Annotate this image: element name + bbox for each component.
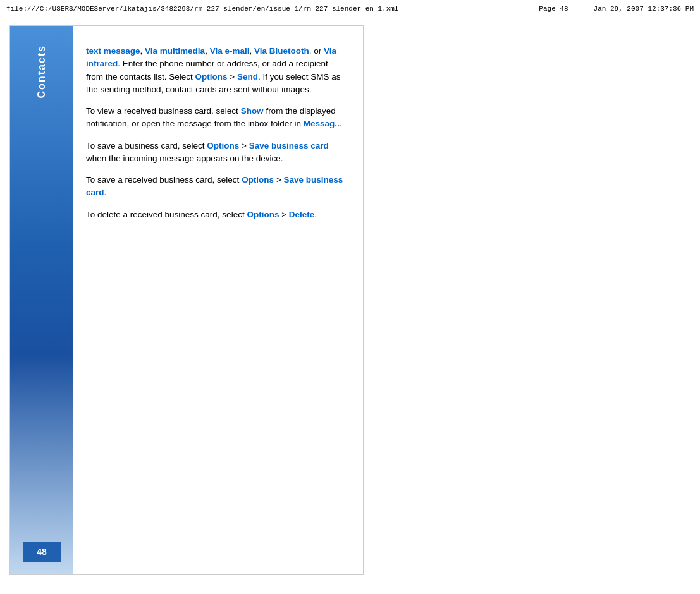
page-number: 48 xyxy=(23,542,61,562)
chevron-2: > xyxy=(239,141,249,150)
paragraph-3: To save a business card, select Options … xyxy=(86,140,347,166)
link-via-multimedia[interactable]: Via multimedia xyxy=(145,46,205,56)
link-via-bluetooth[interactable]: Via Bluetooth xyxy=(254,46,309,56)
link-save-business-card-1[interactable]: Save business card xyxy=(249,141,329,150)
text-save-card-1: To save a business card, select xyxy=(86,141,207,150)
link-via-email[interactable]: Via e-mail xyxy=(210,46,250,56)
link-messag[interactable]: Messag.. xyxy=(304,119,340,128)
chevron-3: > xyxy=(274,175,283,185)
link-delete[interactable]: Delete xyxy=(289,210,315,219)
page-label: Page 48 xyxy=(539,5,568,13)
text-save-received: To save a received business card, select xyxy=(86,175,242,185)
paragraph-2: To view a received business card, select… xyxy=(86,105,347,131)
link-options-4[interactable]: Options xyxy=(247,210,279,219)
datetime: Jan 29, 2007 12:37:36 PM xyxy=(594,5,694,13)
text-period-2: . xyxy=(340,119,342,128)
section-label: Contacts xyxy=(36,45,47,98)
link-options-1[interactable]: Options xyxy=(195,72,228,82)
text-period-5: . xyxy=(314,210,317,219)
sidebar: Contacts 48 xyxy=(10,26,73,574)
text-or: or xyxy=(314,46,324,56)
page-container: Contacts 48 text message, Via multimedia… xyxy=(9,25,364,575)
paragraph-4: To save a received business card, select… xyxy=(86,174,347,200)
link-text-message[interactable]: text message xyxy=(86,46,140,56)
link-send[interactable]: Send xyxy=(237,72,258,82)
chevron-1: > xyxy=(228,72,237,82)
link-show[interactable]: Show xyxy=(241,106,264,116)
filepath: file:///C:/USERS/MODEServer/lkatajis/348… xyxy=(6,5,399,13)
main-content: text message, Via multimedia, Via e-mail… xyxy=(73,26,363,574)
title-bar: file:///C:/USERS/MODEServer/lkatajis/348… xyxy=(0,5,700,13)
link-options-2[interactable]: Options xyxy=(207,141,239,150)
text-when: when the incoming message appears on the… xyxy=(86,154,283,163)
paragraph-5: To delete a received business card, sele… xyxy=(86,209,347,221)
text-view: To view a received business card, select xyxy=(86,106,241,116)
chevron-4: > xyxy=(279,210,288,219)
link-options-3[interactable]: Options xyxy=(242,175,274,185)
text-period-4: . xyxy=(104,188,107,197)
paragraph-1: text message, Via multimedia, Via e-mail… xyxy=(86,45,347,96)
text-delete: To delete a received business card, sele… xyxy=(86,210,247,219)
